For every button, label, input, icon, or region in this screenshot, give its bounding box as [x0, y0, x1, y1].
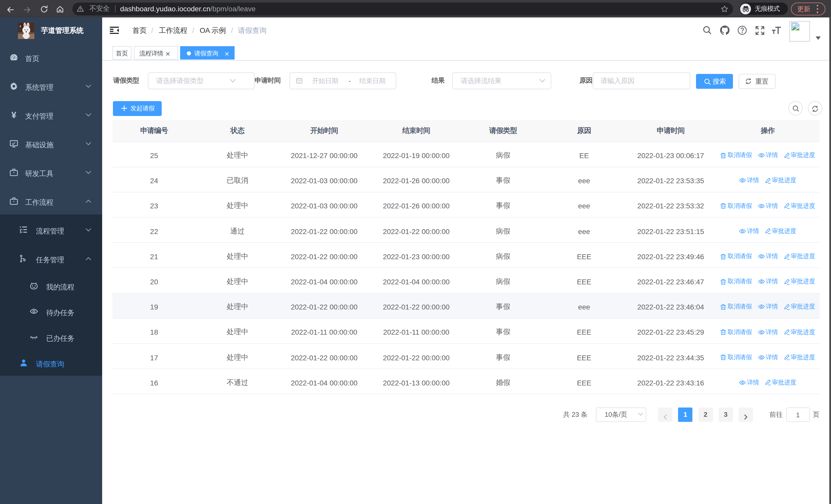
svg-text:¥: ¥ — [11, 111, 17, 119]
